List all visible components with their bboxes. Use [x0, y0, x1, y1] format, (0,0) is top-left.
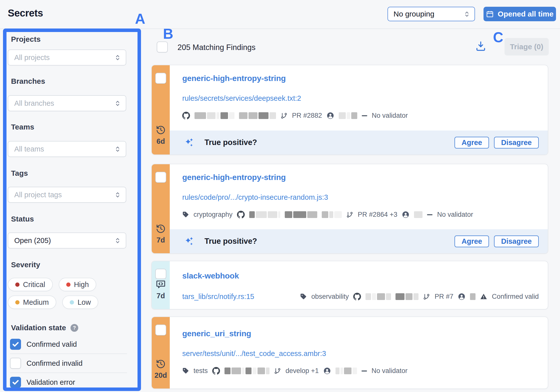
finding-file-path-link[interactable]: rules/secrets/services/deepseek.txt:2	[182, 94, 539, 102]
checkbox-confirmed-valid[interactable]	[10, 339, 21, 350]
finding-checkbox[interactable]	[155, 172, 166, 183]
finding-age: 6d	[156, 125, 166, 146]
filter-label-branches: Branches	[11, 77, 45, 86]
annotation-letter-c: C	[493, 29, 503, 46]
banner-buttons: AgreeDisagree	[454, 137, 539, 148]
finding-file-path-link[interactable]: server/tests/unit/.../test_code_access.a…	[182, 350, 539, 358]
filter-select-value: All projects	[14, 54, 50, 62]
age-label: 7d	[156, 236, 165, 244]
severity-pill-high[interactable]: High	[59, 278, 96, 291]
severity-pill-label: High	[74, 280, 89, 289]
validation-checkbox-label: Confirmed valid	[26, 340, 77, 348]
avatar-icon	[402, 211, 410, 218]
page-title: Secrets	[8, 8, 43, 19]
validation-state-header: Validation state?	[11, 324, 78, 332]
agree-button[interactable]: Agree	[454, 137, 489, 148]
finding-age: 7d	[156, 224, 166, 244]
disagree-button[interactable]: Disagree	[494, 236, 539, 247]
redacted-text	[339, 112, 357, 119]
checkbox-confirmed-invalid[interactable]	[10, 358, 21, 369]
filter-select-value: All branches	[14, 99, 54, 108]
github-icon	[353, 293, 361, 300]
finding-checkbox[interactable]	[155, 73, 166, 84]
annotation-letter-b: B	[163, 26, 173, 42]
validation-row-confirmed-invalid: Confirmed invalid	[10, 354, 127, 372]
github-icon	[237, 211, 245, 218]
download-icon[interactable]	[475, 40, 486, 52]
finding-card: 7dslack-webhooktars_lib/src/notify.rs:15…	[151, 261, 548, 310]
history-icon	[156, 359, 166, 369]
finding-checkbox[interactable]	[155, 324, 166, 336]
finding-title-link[interactable]: generic_uri_string	[182, 329, 539, 338]
finding-title-link[interactable]: slack-webhook	[182, 271, 539, 280]
redacted-text	[224, 368, 270, 374]
finding-file-path-link[interactable]: rules/code/pro/.../crypto-insecure-rando…	[182, 193, 539, 202]
validator-status-label: No validator	[437, 211, 473, 218]
finding-title-link[interactable]: generic-high-entropy-string	[182, 74, 539, 83]
redacted-text	[336, 368, 357, 374]
filter-label-teams: Teams	[11, 123, 34, 131]
redacted-text	[285, 211, 317, 218]
avatar-icon	[458, 293, 466, 300]
warn-icon	[480, 293, 487, 300]
finding-file-path-link[interactable]: tars_lib/src/notify.rs:15	[182, 292, 254, 301]
severity-dot-low	[70, 300, 74, 304]
filter-select-status[interactable]: Open (205)	[8, 232, 126, 248]
severity-pill-low[interactable]: Low	[62, 296, 98, 309]
severity-dot-high	[66, 282, 70, 287]
chevron-updown-icon	[116, 54, 120, 61]
code-comment-icon	[156, 279, 166, 290]
finding-meta-row: cryptographyPR #2864 +3No validator	[182, 211, 539, 218]
branch-label: PR #7	[434, 293, 453, 300]
github-icon	[182, 112, 190, 120]
header-divider	[0, 28, 560, 29]
finding-meta-row: PR #2882No validator	[182, 112, 539, 120]
tag-icon	[300, 293, 307, 300]
finding-meta-row: observabilityPR #7Confirmed valid	[300, 293, 539, 300]
filter-select-teams[interactable]: All teams	[8, 141, 126, 157]
sparkles-icon	[184, 236, 194, 246]
chevron-updown-icon	[116, 100, 120, 106]
banner-buttons: AgreeDisagree	[454, 236, 539, 247]
chevron-updown-icon	[465, 11, 469, 17]
agree-button[interactable]: Agree	[454, 236, 489, 247]
true-positive-banner: True positive?AgreeDisagree	[170, 229, 548, 253]
filter-select-branches[interactable]: All branches	[8, 95, 126, 111]
severity-dot-critical	[15, 282, 20, 287]
severity-pill-critical[interactable]: Critical	[8, 278, 53, 291]
filter-select-tags[interactable]: All project tags	[8, 187, 126, 203]
select-all-checkbox[interactable]	[157, 42, 168, 52]
severity-pill-label: Medium	[23, 298, 49, 306]
path-and-meta-row: tars_lib/src/notify.rs:15observabilityPR…	[182, 292, 539, 301]
severity-pill-label: Critical	[23, 280, 45, 289]
redacted-text	[470, 293, 476, 300]
calendar-icon	[486, 10, 494, 18]
age-label: 6d	[156, 137, 165, 146]
checkbox-validation-error[interactable]	[10, 377, 21, 388]
filter-label-tags: Tags	[11, 169, 28, 178]
severity-pill-label: Low	[78, 298, 91, 306]
opened-all-time-button[interactable]: Opened all time	[484, 7, 556, 21]
redacted-text	[249, 211, 280, 218]
help-icon[interactable]: ?	[70, 324, 78, 332]
no-validator-dash-icon	[427, 214, 432, 215]
branch-icon	[346, 211, 353, 218]
severity-label: Severity	[11, 260, 40, 269]
tag-icon	[182, 368, 189, 374]
validation-state-label: Validation state	[11, 324, 66, 332]
finding-title-link[interactable]: generic-high-entropy-string	[182, 173, 539, 182]
severity-accent-bar: 6d	[152, 65, 170, 154]
redacted-text	[366, 293, 391, 300]
severity-accent-bar: 20d	[152, 317, 170, 388]
no-validator-dash-icon	[362, 115, 367, 116]
grouping-select[interactable]: No grouping	[388, 7, 475, 21]
triage-button[interactable]: Triage (0)	[504, 38, 549, 56]
disagree-button[interactable]: Disagree	[494, 137, 539, 148]
severity-pill-medium[interactable]: Medium	[8, 296, 56, 309]
filter-label-status: Status	[11, 215, 34, 223]
redacted-text	[322, 211, 342, 218]
redacted-text	[396, 293, 418, 300]
filter-select-value: All project tags	[14, 191, 62, 199]
finding-checkbox[interactable]	[155, 269, 166, 279]
filter-select-projects[interactable]: All projects	[8, 50, 126, 66]
